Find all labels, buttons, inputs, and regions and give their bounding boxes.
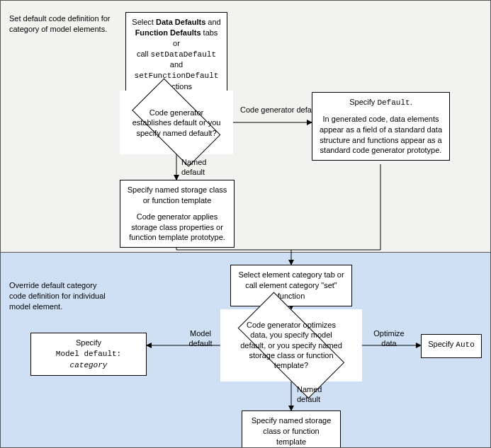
caption-top: Set default code definition for category… xyxy=(9,13,115,35)
box-specify-default: Specify Default. In generated code, data… xyxy=(312,92,450,161)
box-specify-named-template-bottom: Specify named storage class or function … xyxy=(242,410,341,448)
edge-label-optimize-data: Optimize data xyxy=(369,329,409,349)
edge-label-codegen-default: Code generator default xyxy=(240,105,320,115)
t: category xyxy=(70,361,108,369)
t: Specify xyxy=(428,340,456,348)
decision-text: Code generator establishes default or yo… xyxy=(131,108,222,138)
t: Specify xyxy=(349,98,377,106)
decision-override-choice: Code generator optimizes data, you speci… xyxy=(220,309,362,381)
t: tabs xyxy=(201,28,218,37)
t: or xyxy=(132,38,221,49)
box-select-defaults-tabs: Select Data Defaults and Function Defaul… xyxy=(125,12,227,97)
box-specify-named-template-top: Specify named storage class or function … xyxy=(120,180,235,248)
decision-default-or-named: Code generator establishes default or yo… xyxy=(120,91,233,154)
t: call xyxy=(137,50,151,58)
flowchart-frame: Set default code definition for category… xyxy=(0,0,491,448)
t: Function Defaults xyxy=(135,28,201,37)
edge-label-model-default: Model default xyxy=(184,329,218,349)
t: Data Defaults xyxy=(156,18,205,26)
box-select-element-category: Select element category tab or call elem… xyxy=(230,265,352,306)
t: setFunctionDefault xyxy=(135,71,219,80)
t: In generated code, data elements appear … xyxy=(318,114,444,156)
t: Select xyxy=(132,18,156,26)
t: . xyxy=(410,98,412,106)
t: setDataDefault xyxy=(151,50,216,59)
t: Code generator applies storage class pro… xyxy=(126,212,228,243)
caption-bottom: Override default category code definitio… xyxy=(9,280,115,312)
t: Specify named storage class or function … xyxy=(126,185,228,206)
edge-label-named-default-top: Named default xyxy=(181,158,217,178)
t: and xyxy=(205,18,220,26)
t: Auto xyxy=(456,340,474,349)
t: Default xyxy=(377,98,410,107)
decision-text: Code generator optimizes data, you speci… xyxy=(240,320,342,370)
box-specify-auto: Specify Auto xyxy=(421,334,482,358)
t: Specify xyxy=(37,338,140,348)
t: Model default: xyxy=(56,350,121,358)
box-specify-model-default: Specify Model default: category xyxy=(30,333,147,376)
t: and xyxy=(170,60,183,69)
edge-label-named-default-bottom: Named default xyxy=(297,385,332,405)
